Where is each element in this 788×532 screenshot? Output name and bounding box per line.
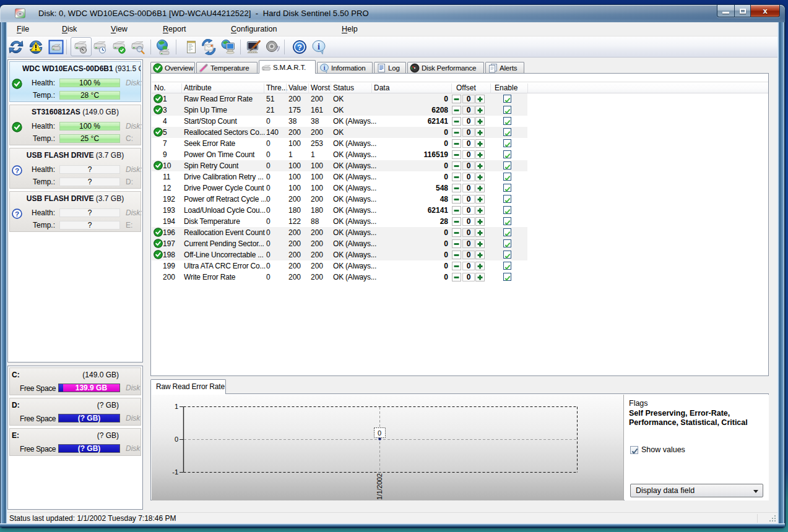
enable-checkbox[interactable] xyxy=(503,217,511,225)
tab-overview[interactable]: Overview xyxy=(150,62,195,73)
toolbar-alert-refresh-button[interactable] xyxy=(28,39,44,55)
disk-item[interactable]: USB FLASH DRIVE (3.7 GB) ?Health:?Temp.:… xyxy=(9,191,141,232)
table-row[interactable]: 193Load/Unload Cycle Cou...0180180OK (Al… xyxy=(152,205,527,216)
toolbar-help-button[interactable]: ? xyxy=(292,39,308,55)
tab-disk-performance[interactable]: Disk Performance xyxy=(407,62,484,73)
tab-alerts[interactable]: Alerts xyxy=(485,62,524,73)
offset-minus-button[interactable] xyxy=(452,128,461,137)
offset-value[interactable]: 0 xyxy=(462,206,475,215)
offset-plus-button[interactable] xyxy=(475,239,485,248)
toolbar-globe-disk-button[interactable] xyxy=(155,39,171,55)
offset-plus-button[interactable] xyxy=(475,139,485,148)
offset-minus-button[interactable] xyxy=(452,251,461,259)
offset-plus-button[interactable] xyxy=(475,273,485,281)
table-row[interactable]: 10Spin Retry Count0100100OK (Always...00 xyxy=(152,160,527,171)
menu-help[interactable]: Help xyxy=(342,25,358,33)
toolbar-remote-monitor-button[interactable] xyxy=(246,39,262,55)
toolbar-disk-clock-button[interactable] xyxy=(92,39,108,55)
table-row[interactable]: 12Drive Power Cycle Count0100100OK (Alwa… xyxy=(152,182,527,194)
tab-s-m-a-r-t-[interactable]: S.M.A.R.T. xyxy=(259,60,316,74)
enable-checkbox[interactable] xyxy=(503,150,511,158)
offset-value[interactable]: 0 xyxy=(462,150,475,159)
table-row[interactable]: 192Power off Retract Cycle ...0200200OK … xyxy=(152,194,527,205)
menu-disk[interactable]: Disk xyxy=(62,25,77,33)
offset-value[interactable]: 0 xyxy=(462,106,475,114)
tab-log[interactable]: Log xyxy=(374,62,406,73)
enable-checkbox[interactable] xyxy=(503,228,511,236)
disk-item[interactable]: USB FLASH DRIVE (3.7 GB) ?Health:?Temp.:… xyxy=(9,148,141,189)
column-header-value[interactable]: Value xyxy=(288,84,309,92)
enable-checkbox[interactable] xyxy=(503,128,511,136)
enable-checkbox[interactable] xyxy=(503,206,511,214)
offset-minus-button[interactable] xyxy=(452,106,461,114)
tab-temperature[interactable]: Temperature xyxy=(196,62,258,73)
table-row[interactable]: 197Current Pending Sector...0200200OK (A… xyxy=(152,238,527,249)
column-header-attribute[interactable]: Attribute xyxy=(184,84,264,92)
offset-minus-button[interactable] xyxy=(452,117,461,126)
enable-checkbox[interactable] xyxy=(503,273,511,281)
offset-minus-button[interactable] xyxy=(452,184,461,192)
offset-minus-button[interactable] xyxy=(452,217,461,226)
offset-value[interactable]: 0 xyxy=(462,184,475,192)
close-button[interactable]: x xyxy=(751,5,780,17)
column-header-no[interactable]: No. xyxy=(154,84,179,92)
enable-checkbox[interactable] xyxy=(503,239,511,247)
offset-value[interactable]: 0 xyxy=(462,128,475,137)
enable-checkbox[interactable] xyxy=(503,161,511,169)
offset-plus-button[interactable] xyxy=(475,173,485,181)
menu-view[interactable]: View xyxy=(111,25,128,33)
offset-minus-button[interactable] xyxy=(452,173,461,181)
minimize-button[interactable] xyxy=(717,5,735,17)
table-row[interactable]: 194Disk Temperature012288OK (Always...28… xyxy=(152,216,527,227)
offset-value[interactable]: 0 xyxy=(462,117,475,126)
toolbar-disk-performance-button[interactable] xyxy=(73,39,89,55)
toolbar-disk-detect-button[interactable] xyxy=(48,39,64,55)
table-row[interactable]: 199Ultra ATA CRC Error Co...0200200OK (A… xyxy=(152,260,527,272)
offset-value[interactable]: 0 xyxy=(462,173,475,181)
offset-value[interactable]: 0 xyxy=(462,251,475,259)
table-row[interactable]: 200Write Error Rate0200200OK (Always...0… xyxy=(152,272,527,283)
menu-configuration[interactable]: Configuration xyxy=(231,25,277,33)
offset-minus-button[interactable] xyxy=(452,150,461,159)
disk-item[interactable]: WDC WD10EACS-00D6B1 (931.5 GB) Health:10… xyxy=(9,61,141,102)
enable-checkbox[interactable] xyxy=(503,95,511,103)
offset-plus-button[interactable] xyxy=(475,195,485,204)
offset-plus-button[interactable] xyxy=(475,161,485,170)
offset-minus-button[interactable] xyxy=(452,239,461,248)
resize-grip-icon[interactable] xyxy=(768,514,776,522)
offset-minus-button[interactable] xyxy=(452,161,461,170)
column-header-status[interactable]: Status xyxy=(333,84,373,92)
toolbar-info-button[interactable]: i xyxy=(311,39,327,55)
offset-minus-button[interactable] xyxy=(452,262,461,270)
enable-checkbox[interactable] xyxy=(503,106,511,114)
offset-value[interactable]: 0 xyxy=(462,139,475,148)
offset-value[interactable]: 0 xyxy=(462,273,475,281)
show-values-checkbox[interactable] xyxy=(630,446,638,454)
column-header-offset[interactable]: Offset xyxy=(456,84,483,92)
offset-minus-button[interactable] xyxy=(452,228,461,237)
enable-checkbox[interactable] xyxy=(503,262,511,270)
toolbar-network-computer-button[interactable] xyxy=(220,39,236,55)
toolbar-report-button[interactable] xyxy=(183,39,199,55)
table-header[interactable]: No.AttributeThre...ValueWorstStatusDataO… xyxy=(152,82,768,93)
table-row[interactable]: 7Seek Error Rate0100253OK (Always...00 xyxy=(152,138,527,149)
column-header-data[interactable]: Data xyxy=(374,84,411,92)
table-row[interactable]: 4Start/Stop Count03838OK (Always...62141… xyxy=(152,116,527,127)
offset-plus-button[interactable] xyxy=(475,217,485,226)
maximize-button[interactable] xyxy=(735,5,751,17)
partition-item[interactable]: D:(? GB)Free Space(? GB)Disk xyxy=(9,398,141,426)
tab-information[interactable]: iInformation xyxy=(317,62,373,73)
table-row[interactable]: 196Reallocation Event Count0200200OK (Al… xyxy=(152,227,527,238)
offset-value[interactable]: 0 xyxy=(462,228,475,237)
offset-plus-button[interactable] xyxy=(475,228,485,237)
offset-plus-button[interactable] xyxy=(475,251,485,259)
table-row[interactable]: 3Spin Up Time21175161OK62080 xyxy=(152,105,527,116)
offset-minus-button[interactable] xyxy=(452,95,461,103)
partition-item[interactable]: E:(? GB)Free Space(? GB)Disk xyxy=(9,428,141,456)
offset-plus-button[interactable] xyxy=(475,150,485,159)
offset-minus-button[interactable] xyxy=(452,273,461,281)
title-bar[interactable]: Disk: 0, WDC WD10EACS-00D6B1 [WD-WCAU442… xyxy=(0,5,785,22)
disk-item[interactable]: ST3160812AS (149.0 GB) Health:100 %Temp.… xyxy=(9,105,141,145)
display-data-field-dropdown[interactable]: Display data field xyxy=(630,484,763,497)
offset-minus-button[interactable] xyxy=(452,206,461,215)
